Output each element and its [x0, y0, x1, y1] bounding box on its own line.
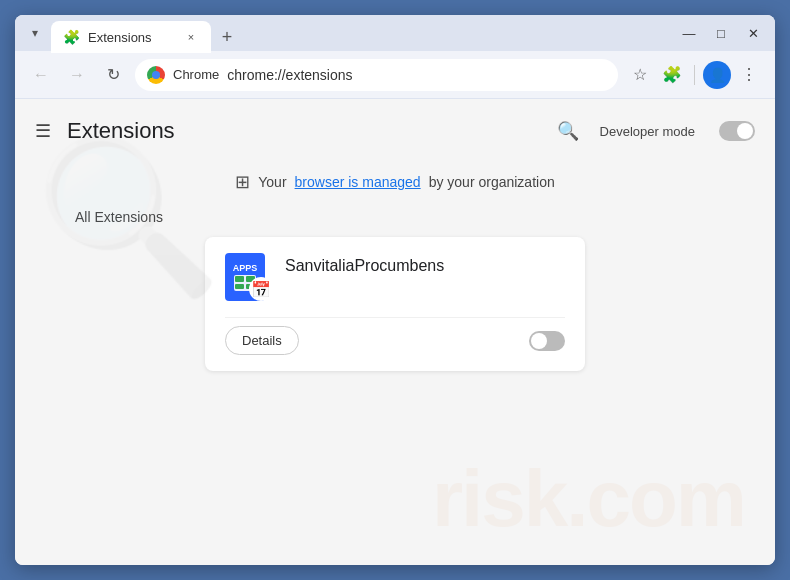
- chrome-menu-button[interactable]: ⋮: [735, 61, 763, 89]
- extensions-header: ☰ Extensions 🔍 Developer mode: [15, 99, 775, 163]
- developer-mode-toggle[interactable]: [719, 121, 755, 141]
- refresh-icon: ↻: [107, 65, 120, 84]
- omnibar: ← → ↻ Chrome chrome://extensions ☆ 🧩 👤: [15, 51, 775, 99]
- page-content: 🔍 risk.com ☰ Extensions 🔍 Developer mode…: [15, 99, 775, 565]
- details-button[interactable]: Details: [225, 326, 299, 355]
- extension-name: SanvitaliaProcumbens: [285, 257, 444, 275]
- extensions-menu-button[interactable]: 🧩: [658, 61, 686, 89]
- address-bar[interactable]: Chrome chrome://extensions: [135, 59, 618, 91]
- forward-button[interactable]: →: [63, 61, 91, 89]
- tab-favicon-icon: 🧩: [63, 29, 80, 45]
- developer-mode-label: Developer mode: [600, 124, 695, 139]
- tab-title-label: Extensions: [88, 30, 175, 45]
- svg-rect-1: [235, 276, 244, 282]
- minimize-button[interactable]: —: [675, 19, 703, 47]
- omnibar-divider: [694, 65, 695, 85]
- tab-list: 🧩 Extensions × +: [51, 15, 671, 51]
- watermark-text: risk.com: [432, 453, 745, 545]
- calendar-icon: 📅: [251, 280, 271, 299]
- extension-card-header: APPS 📅 San: [225, 253, 565, 301]
- managed-banner: ⊞ Your browser is managed by your organi…: [15, 163, 775, 201]
- extension-icon: APPS 📅: [225, 253, 273, 301]
- extension-card-footer: Details: [225, 317, 565, 355]
- omnibar-actions: ☆ 🧩 👤 ⋮: [626, 61, 763, 89]
- browser-window: ▾ 🧩 Extensions × + — □ ✕ ← → ↻ Chrome: [15, 15, 775, 565]
- tab-dropdown-btn[interactable]: ▾: [23, 21, 47, 45]
- managed-text-after: by your organization: [429, 174, 555, 190]
- bookmark-icon: ☆: [633, 65, 647, 84]
- window-controls: — □ ✕: [675, 19, 767, 47]
- close-button[interactable]: ✕: [739, 19, 767, 47]
- url-text: chrome://extensions: [227, 67, 352, 83]
- search-button[interactable]: 🔍: [552, 115, 584, 147]
- maximize-button[interactable]: □: [707, 19, 735, 47]
- managed-icon: ⊞: [235, 171, 250, 193]
- managed-text-before: Your: [258, 174, 286, 190]
- extension-enable-toggle[interactable]: [529, 331, 565, 351]
- search-icon: 🔍: [557, 120, 579, 142]
- profile-avatar-icon: 👤: [709, 67, 726, 83]
- hamburger-menu-button[interactable]: ☰: [35, 120, 51, 142]
- kebab-menu-icon: ⋮: [741, 65, 757, 84]
- all-extensions-label: All Extensions: [35, 209, 163, 225]
- profile-button[interactable]: 👤: [703, 61, 731, 89]
- forward-arrow-icon: →: [69, 66, 85, 84]
- apps-label: APPS: [233, 263, 258, 273]
- tab-close-btn[interactable]: ×: [183, 29, 199, 45]
- bookmark-button[interactable]: ☆: [626, 61, 654, 89]
- title-bar: ▾ 🧩 Extensions × + — □ ✕: [15, 15, 775, 51]
- new-tab-button[interactable]: +: [213, 23, 241, 51]
- chrome-brand-label: Chrome: [173, 67, 219, 82]
- page-title: Extensions: [67, 118, 536, 144]
- extension-card: APPS 📅 San: [205, 237, 585, 371]
- extensions-puzzle-icon: 🧩: [662, 65, 682, 84]
- refresh-button[interactable]: ↻: [99, 61, 127, 89]
- back-button[interactable]: ←: [27, 61, 55, 89]
- chrome-logo-icon: [147, 66, 165, 84]
- svg-rect-3: [235, 284, 244, 289]
- active-tab[interactable]: 🧩 Extensions ×: [51, 21, 211, 53]
- back-arrow-icon: ←: [33, 66, 49, 84]
- extension-icon-overlay: 📅: [249, 277, 273, 301]
- browser-managed-link[interactable]: browser is managed: [295, 174, 421, 190]
- all-extensions-section: All Extensions APPS: [15, 201, 775, 371]
